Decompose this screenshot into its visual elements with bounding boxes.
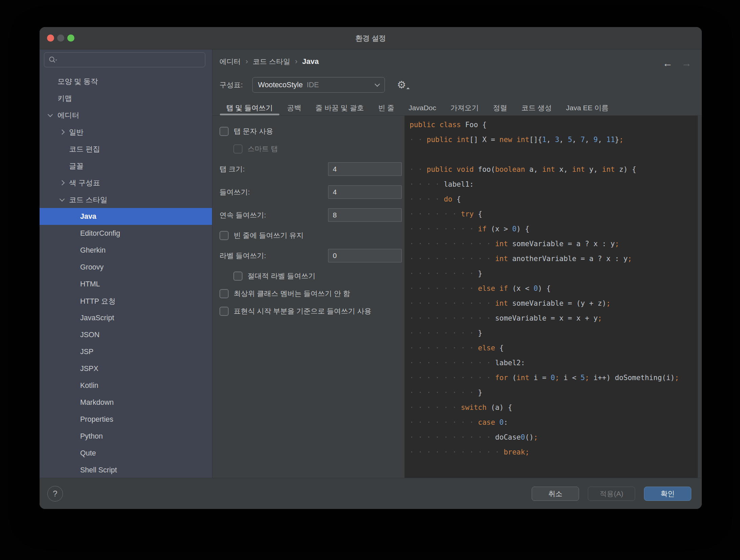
titlebar[interactable]: 환경 설정	[40, 27, 702, 49]
whitespace-dots: · · · · · · · · · ·	[410, 299, 495, 307]
code-line: · · · · · · · · · · int anotherVariable …	[410, 251, 702, 266]
forward-icon[interactable]: →	[681, 57, 692, 69]
sidebar-item-키맵[interactable]: 키맵	[40, 90, 212, 107]
sidebar-item-에디터[interactable]: 에디터	[40, 107, 212, 123]
help-button[interactable]: ?	[47, 486, 63, 501]
whitespace-dots: · · · · · · · · · ·	[410, 433, 495, 441]
sidebar-item-kotlin[interactable]: Kotlin	[40, 377, 212, 394]
apply-button[interactable]: 적용(A)	[588, 487, 635, 501]
whitespace-dots: · · · · · · · ·	[410, 270, 478, 278]
scheme-label: 구성표:	[219, 80, 243, 90]
sidebar-item-label: Kotlin	[80, 381, 98, 390]
sidebar-item-gherkin[interactable]: Gherkin	[40, 242, 212, 259]
sidebar-item-label: Python	[80, 432, 103, 441]
field-라벨-들여쓰기-[interactable]: 0	[328, 249, 402, 262]
tab-가져오기[interactable]: 가져오기	[443, 100, 486, 115]
tab-빈-줄[interactable]: 빈 줄	[371, 100, 401, 115]
code-line: · · · · · · · · else if (x < 0) {	[410, 281, 702, 296]
tab-javadoc[interactable]: JavaDoc	[401, 100, 443, 115]
whitespace-dots: · · · · · ·	[410, 210, 461, 218]
sidebar-item-editorconfig[interactable]: EditorConfig	[40, 225, 212, 242]
sidebar-item-label: Markdown	[80, 398, 114, 407]
sidebar-item-qute[interactable]: Qute	[40, 445, 212, 462]
field-탭-크기-[interactable]: 4	[328, 162, 402, 176]
checkbox-빈-줄에-들여쓰기-유지[interactable]	[219, 231, 229, 240]
checkbox-탭-문자-사용[interactable]	[219, 127, 229, 136]
sidebar-item-색-구성표[interactable]: 색 구성표	[40, 174, 212, 191]
cancel-button[interactable]: 취소	[532, 487, 579, 501]
whitespace-dots: · · · · · · · · · ·	[410, 314, 495, 322]
whitespace-dots: · · · ·	[410, 195, 444, 203]
code-scrollbar[interactable]	[698, 116, 702, 478]
checkbox-스마트-탭[interactable]	[233, 144, 242, 154]
sidebar-item-코드-스타일[interactable]: 코드 스타일	[40, 191, 212, 208]
field-들여쓰기-[interactable]: 4	[328, 185, 402, 199]
search-input[interactable]	[60, 56, 201, 64]
sidebar-item-groovy[interactable]: Groovy	[40, 259, 212, 276]
code-line: · · · · label1:	[410, 177, 702, 192]
sidebar-item-코드-편집[interactable]: 코드 편집	[40, 140, 212, 157]
sidebar-item-javascript[interactable]: JavaScript	[40, 309, 212, 326]
form-row: 절대적 라벨 들여쓰기	[219, 267, 404, 285]
code-line: · · · · · · · · · · · break;	[410, 445, 702, 460]
tab-정렬[interactable]: 정렬	[486, 100, 514, 115]
tab-탭-및-들여쓰기[interactable]: 탭 및 들여쓰기	[219, 100, 280, 115]
breadcrumb-separator: ›	[295, 57, 297, 66]
code-line: · · · · · · · · if (x > 0) {	[410, 221, 702, 236]
search-box[interactable]	[44, 52, 205, 67]
settings-sidebar: 모양 및 동작키맵에디터일반코드 편집글꼴색 구성표코드 스타일JavaEdit…	[40, 49, 212, 478]
sidebar-item-properties[interactable]: Properties	[40, 411, 212, 428]
sidebar-item-일반[interactable]: 일반	[40, 123, 212, 140]
chevron-down-icon[interactable]	[60, 196, 65, 202]
field-label: 연속 들여쓰기:	[219, 210, 266, 220]
whitespace-dots: · · · · · · · · · ·	[410, 374, 495, 382]
sidebar-item-jsp[interactable]: JSP	[40, 343, 212, 360]
chevron-down-icon[interactable]	[48, 112, 53, 117]
checkbox-절대적-라벨-들여쓰기[interactable]	[233, 272, 242, 281]
sidebar-item-label: Shell Script	[80, 466, 117, 474]
sidebar-item-label: JavaScript	[80, 314, 114, 322]
sidebar-item-shell-script[interactable]: Shell Script	[40, 462, 212, 478]
code-line: · · · · · · · · }	[410, 266, 702, 281]
sidebar-item-label: HTML	[80, 280, 100, 288]
sidebar-item-java[interactable]: Java	[40, 208, 212, 225]
scheme-dropdown[interactable]: WootecoStyle IDE	[252, 77, 385, 93]
scheme-actions-button[interactable]: ⚙	[397, 80, 406, 90]
breadcrumb-item: Java	[302, 57, 319, 66]
breadcrumb-item[interactable]: 코드 스타일	[253, 57, 290, 66]
code-style-tabs: 탭 및 들여쓰기공백줄 바꿈 및 괄호빈 줄JavaDoc가져오기정렬코드 생성…	[212, 100, 702, 116]
back-icon[interactable]: ←	[663, 57, 673, 69]
chevron-right-icon[interactable]	[60, 180, 65, 185]
breadcrumb-item[interactable]: 에디터	[219, 57, 241, 66]
chevron-right-icon[interactable]	[60, 129, 65, 135]
sidebar-item-json[interactable]: JSON	[40, 326, 212, 343]
checkbox-label: 절대적 라벨 들여쓰기	[248, 271, 316, 281]
sidebar-item-label: Groovy	[80, 263, 103, 272]
sidebar-item-http-요청[interactable]: HTTP 요청	[40, 293, 212, 309]
checkbox-표현식-시작-부분을-기준으로-들여쓰기-사용[interactable]	[219, 307, 229, 316]
code-line: · · · · · · · · }	[410, 385, 702, 400]
form-row: 연속 들여쓰기:8	[219, 204, 404, 227]
tab-줄-바꿈-및-괄호[interactable]: 줄 바꿈 및 괄호	[308, 100, 371, 115]
sidebar-item-jspx[interactable]: JSPX	[40, 360, 212, 377]
sidebar-item-python[interactable]: Python	[40, 428, 212, 445]
tab-코드-생성[interactable]: 코드 생성	[514, 100, 559, 115]
ok-button[interactable]: 확인	[644, 487, 691, 501]
sidebar-item-label: EditorConfig	[80, 229, 120, 238]
scheme-suffix: IDE	[307, 81, 319, 89]
sidebar-item-글꼴[interactable]: 글꼴	[40, 157, 212, 174]
whitespace-dots: · · · · · · · ·	[410, 225, 478, 233]
whitespace-dots: · · · · · · · ·	[410, 418, 478, 426]
tab-공백[interactable]: 공백	[280, 100, 308, 115]
sidebar-item-html[interactable]: HTML	[40, 276, 212, 293]
tab-java-ee-이름[interactable]: Java EE 이름	[559, 100, 616, 115]
sidebar-item-모양-및-동작[interactable]: 모양 및 동작	[40, 73, 212, 90]
checkbox-label: 표현식 시작 부분을 기준으로 들여쓰기 사용	[234, 306, 371, 316]
code-line	[410, 147, 702, 162]
whitespace-dots: · · · · · · · ·	[410, 284, 478, 293]
checkbox-label: 탭 문자 사용	[234, 126, 273, 136]
field-연속-들여쓰기-[interactable]: 8	[328, 208, 402, 222]
sidebar-item-markdown[interactable]: Markdown	[40, 394, 212, 411]
checkbox-label: 최상위 클래스 멤버는 들여쓰기 안 함	[234, 289, 350, 298]
checkbox-최상위-클래스-멤버는-들여쓰기-안-함[interactable]	[219, 289, 229, 298]
